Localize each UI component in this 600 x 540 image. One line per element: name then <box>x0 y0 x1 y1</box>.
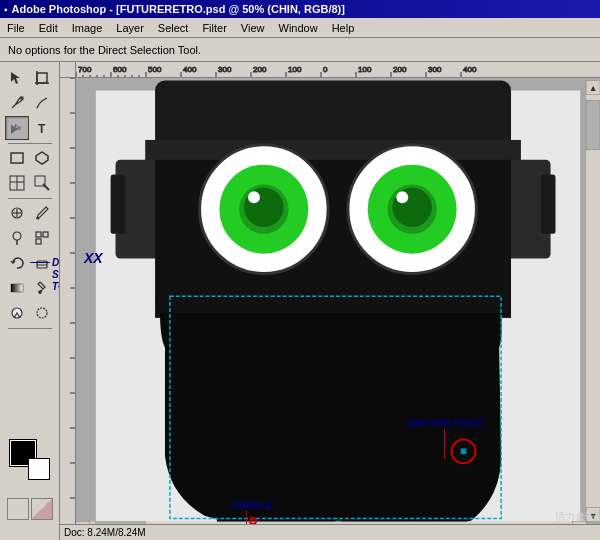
menu-window[interactable]: Window <box>276 21 321 35</box>
svg-text:700: 700 <box>78 65 92 74</box>
tool-row-stamp <box>0 226 59 250</box>
slice-tool-button[interactable] <box>5 171 29 195</box>
svg-point-25 <box>37 308 47 318</box>
tool-separator-2 <box>8 198 52 199</box>
svg-text:0: 0 <box>323 65 328 74</box>
svg-text:600: 600 <box>113 65 127 74</box>
title-bar: ▪ Adobe Photoshop - [FUTURERETRO.psd @ 5… <box>0 0 600 18</box>
type-tool-button[interactable]: T <box>30 116 54 140</box>
color-boxes <box>10 440 50 480</box>
rectangle-tool-button[interactable] <box>5 146 29 170</box>
status-doc-size: Doc: 8.24M/8.24M <box>64 527 146 538</box>
menu-image[interactable]: Image <box>69 21 106 35</box>
svg-text:400: 400 <box>463 65 477 74</box>
ruler-top: 700 600 500 400 300 200 100 0 10 <box>76 62 600 78</box>
history-brush-button[interactable] <box>5 251 29 275</box>
ruler-left <box>60 78 76 540</box>
quickmask-mode[interactable] <box>31 498 53 520</box>
menu-help[interactable]: Help <box>329 21 358 35</box>
svg-marker-7 <box>36 152 48 164</box>
svg-point-94 <box>396 191 408 203</box>
menu-edit[interactable]: Edit <box>36 21 61 35</box>
svg-text:100: 100 <box>288 65 302 74</box>
svg-rect-82 <box>541 175 556 234</box>
crop-tool-button[interactable] <box>30 66 54 90</box>
svg-text:200: 200 <box>253 65 267 74</box>
brush-tool-button[interactable] <box>30 201 54 225</box>
tool-separator-1 <box>8 143 52 144</box>
menu-bar: File Edit Image Layer Select Filter View… <box>0 18 600 38</box>
direct-selection-tool-button[interactable] <box>5 116 29 140</box>
svg-text:300: 300 <box>218 65 232 74</box>
menu-file[interactable]: File <box>4 21 28 35</box>
canvas-area: 700 600 500 400 300 200 100 0 10 <box>60 62 600 540</box>
menu-select[interactable]: Select <box>155 21 192 35</box>
svg-rect-59 <box>60 78 76 540</box>
svg-rect-20 <box>36 239 41 244</box>
ruler-corner <box>60 62 76 78</box>
svg-rect-111 <box>586 100 600 149</box>
svg-text:200: 200 <box>393 65 407 74</box>
tool-row-dodge <box>0 301 59 325</box>
menu-layer[interactable]: Layer <box>113 21 147 35</box>
tool-row-pen <box>0 91 59 115</box>
main-area: T <box>0 62 600 540</box>
status-bar: Doc: 8.24M/8.24M <box>60 524 600 540</box>
canvas: ▲ ▼ ◀ ▶ XX ANCHOR POINT HANDLE <box>76 78 600 540</box>
svg-text:400: 400 <box>183 65 197 74</box>
tool-row-selection <box>0 66 59 90</box>
svg-rect-6 <box>11 153 23 163</box>
clone-stamp-button[interactable] <box>5 226 29 250</box>
tool-separator-3 <box>8 328 52 329</box>
svg-text:300: 300 <box>428 65 442 74</box>
gradient-tool-button[interactable] <box>5 276 29 300</box>
mode-boxes <box>7 498 53 520</box>
tool-row-slice <box>0 171 59 195</box>
title-text: Adobe Photoshop - [FUTURERETRO.psd @ 50%… <box>12 3 345 15</box>
direct-selection-annotation: DIRECT SELECTION TOOL <box>30 257 60 293</box>
svg-point-15 <box>37 217 40 220</box>
svg-text:T: T <box>38 122 46 136</box>
standard-mode[interactable] <box>7 498 29 520</box>
tool-row-brush <box>0 201 59 225</box>
options-bar: No options for the Direct Selection Tool… <box>0 38 600 62</box>
pattern-stamp-button[interactable] <box>30 226 54 250</box>
svg-point-88 <box>248 191 260 203</box>
slice-select-button[interactable] <box>30 171 54 195</box>
options-text: No options for the Direct Selection Tool… <box>8 44 201 56</box>
svg-text:500: 500 <box>148 65 162 74</box>
svg-rect-80 <box>111 175 126 234</box>
svg-rect-0 <box>37 73 47 83</box>
tool-row-shapes <box>0 146 59 170</box>
svg-text:100: 100 <box>358 65 372 74</box>
menu-view[interactable]: View <box>238 21 268 35</box>
shape-tool-button[interactable] <box>30 146 54 170</box>
anchor-point-annotation: ANCHOR POINT <box>406 418 483 459</box>
freeform-pen-button[interactable] <box>30 91 54 115</box>
dodge-tool-button[interactable] <box>5 301 29 325</box>
app-icon: ▪ <box>4 4 8 15</box>
svg-point-16 <box>13 232 21 240</box>
background-color[interactable] <box>28 458 50 480</box>
svg-point-3 <box>20 97 23 100</box>
xx-annotation: XX <box>84 250 103 266</box>
menu-filter[interactable]: Filter <box>199 21 229 35</box>
healing-brush-button[interactable] <box>5 201 29 225</box>
selection-tool-button[interactable] <box>5 66 29 90</box>
svg-rect-18 <box>36 232 41 237</box>
blur-tool-button[interactable] <box>30 301 54 325</box>
pen-tool-button[interactable] <box>5 91 29 115</box>
toolbar: T <box>0 62 60 540</box>
svg-rect-23 <box>11 284 23 292</box>
svg-rect-19 <box>43 232 48 237</box>
svg-text:▲: ▲ <box>589 83 598 93</box>
tool-row-type: T <box>0 116 59 140</box>
